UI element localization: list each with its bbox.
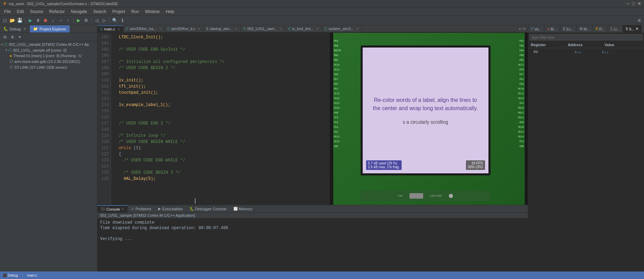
- menu-navigate[interactable]: Navigate: [68, 9, 90, 15]
- tab-project-label: Project Explorer: [39, 27, 66, 31]
- register-filter-input[interactable]: [529, 34, 643, 40]
- tree-item-project[interactable]: ▸ ⬡ 002_LVGL_sample [STM32 Cortex-M C/C+…: [0, 41, 97, 47]
- tab-breakpoints[interactable]: ● Br...: [545, 25, 560, 32]
- toolbar-debug-button[interactable]: ▶: [27, 17, 34, 24]
- main-area: 🐛 Debug ✕ 📁 Project Explorer ⊟ ⊕ ▾ ▸ ⬡ 0…: [0, 25, 644, 271]
- code-container: 103 104 105 106 107 108 109 110 111 112 …: [97, 33, 330, 205]
- tree-menu-button[interactable]: ▾: [16, 34, 23, 40]
- maximize-button[interactable]: □: [632, 1, 635, 6]
- toolbar-build-button[interactable]: ⚙: [83, 17, 90, 24]
- line-num: 115: [100, 108, 109, 114]
- tree-collapse-button[interactable]: ⊟: [1, 34, 8, 40]
- reg-icon: R: [595, 27, 598, 31]
- tab-memory-label: Memory: [239, 207, 253, 211]
- tab-close[interactable]: ✕: [356, 27, 359, 31]
- menu-project[interactable]: Project: [110, 9, 128, 15]
- tab-startup[interactable]: S startup_stm... ✕: [203, 25, 241, 32]
- menu-refactor[interactable]: Refactor: [46, 9, 67, 15]
- c-file-icon: C: [325, 27, 327, 31]
- toolbar-stop-button[interactable]: ⏹: [42, 17, 49, 24]
- tab-system-stm[interactable]: C system_stm3... ✕: [322, 25, 362, 32]
- project-icon: ⬡: [4, 42, 8, 46]
- tab-s-close[interactable]: ✕: [635, 27, 639, 31]
- tree-item-elf[interactable]: ▾ ⬡ 002_LVGL_sample.elf [cores: 0]: [0, 47, 97, 53]
- tab-console[interactable]: ⬛ Console ✕: [97, 205, 128, 212]
- tab-close[interactable]: ✕: [198, 27, 200, 31]
- usb-connector: [449, 194, 453, 198]
- toolbar-forward-button[interactable]: ▷: [101, 17, 108, 24]
- tab-registers[interactable]: R R...: [593, 25, 608, 32]
- debug-console-icon: 🐛: [190, 207, 194, 211]
- tree-link-button[interactable]: ⊕: [9, 34, 16, 40]
- tab-console-label: Console: [106, 207, 120, 211]
- tab-main-c[interactable]: C main.c ✕: [97, 25, 123, 32]
- tab-something[interactable]: S S... ✕: [623, 25, 642, 32]
- menu-source[interactable]: Source: [27, 9, 46, 15]
- tab-liveexpr[interactable]: L Li...: [608, 25, 623, 32]
- toolbar-step-into-button[interactable]: ↓: [50, 17, 56, 24]
- tab-reg-label: R...: [599, 27, 605, 31]
- menu-search[interactable]: Search: [91, 9, 109, 15]
- tab-console-close[interactable]: ✕: [121, 207, 124, 211]
- tab-close[interactable]: ✕: [159, 27, 162, 31]
- toolbar-pause-button[interactable]: ⏸: [35, 17, 41, 24]
- status-file: main.c: [27, 274, 37, 277]
- minimize-button[interactable]: ─: [626, 1, 629, 6]
- tab-project-explorer[interactable]: 📁 Project Explorer: [30, 25, 70, 32]
- c-file-icon: C: [126, 27, 129, 31]
- menu-run[interactable]: Run: [129, 9, 142, 15]
- tab-variables[interactable]: V Va...: [528, 25, 545, 32]
- pcb-board: PE0PB8BOOT0PB6PB5PG15PG13PG9PD7PD5PD1PC1…: [333, 33, 525, 205]
- toolbar-step-return-button[interactable]: ↑: [65, 17, 71, 24]
- line-num: 109: [100, 71, 109, 77]
- menu-window[interactable]: Window: [142, 9, 162, 15]
- toolbar-info-button[interactable]: ℹ: [119, 17, 126, 24]
- console-line: File download complete: [100, 220, 525, 225]
- tab-debugger-console[interactable]: 🐛 Debugger Console: [186, 205, 230, 212]
- tab-lv-font[interactable]: C lv_font_fmt... ✕: [285, 25, 322, 32]
- tab-memory[interactable]: ⬜ Memory: [230, 205, 256, 212]
- toolbar-run-button[interactable]: ▶: [75, 17, 82, 24]
- tab-close[interactable]: ✕: [235, 27, 238, 31]
- overflow-icon: »: [519, 27, 521, 31]
- tree-item-thread[interactable]: ● Thread #1 [main] 1 [core: 0] (Running …: [0, 53, 97, 58]
- toolbar-new-button[interactable]: ◻: [1, 17, 8, 24]
- tab-debug-close[interactable]: ✕: [23, 27, 26, 31]
- tab-stm32f4xx-ha[interactable]: C stm32f4xx_ha... ✕: [123, 25, 165, 32]
- registers-table-header: Register Address Value: [528, 42, 644, 48]
- tree-item-label: 002_LVGL_sample.elf [cores: 0]: [13, 48, 66, 52]
- line-num: 121: [100, 145, 109, 151]
- tab-expressions[interactable]: E Ex...: [560, 25, 577, 32]
- console-icon: ⬛: [101, 207, 105, 211]
- line-num: 104: [100, 40, 109, 46]
- title-controls[interactable]: ─ □ ✕: [626, 1, 641, 6]
- menu-edit[interactable]: Edit: [14, 9, 27, 15]
- tab-close-main[interactable]: ✕: [118, 27, 120, 31]
- close-button[interactable]: ✕: [638, 1, 641, 6]
- toolbar-save-button[interactable]: 💾: [16, 17, 23, 24]
- toolbar-back-button[interactable]: ◁: [93, 17, 100, 24]
- code-editor-content[interactable]: LTDC_Clock_Init(); /* USER CODE END SysI…: [111, 33, 330, 205]
- app-icon: ☀: [3, 1, 7, 6]
- tab-close[interactable]: ✕: [316, 27, 319, 31]
- tab-mod-label: M...: [583, 27, 590, 31]
- tree-item-stlink[interactable]: ⬡ ST-LINK (ST-LINK GDB server): [0, 64, 97, 70]
- tab-002-lvgl-sam[interactable]: C 002_LVGL_sam... ✕: [241, 25, 285, 32]
- tab-close[interactable]: ✕: [280, 27, 282, 31]
- tab-debug[interactable]: 🐛 Debug ✕: [0, 25, 30, 32]
- toolbar-perspective-button[interactable]: ⊞: [636, 17, 643, 24]
- toolbar-step-over-button[interactable]: →: [57, 17, 64, 24]
- gdb-icon: ⬡: [10, 59, 13, 64]
- line-num: 103: [100, 34, 109, 40]
- tab-problems[interactable]: ⚠ Problems: [128, 205, 155, 212]
- left-panel-tabs: 🐛 Debug ✕ 📁 Project Explorer: [0, 25, 97, 33]
- tab-executables[interactable]: ▶ Executables: [155, 205, 186, 212]
- tab-overflow-button[interactable]: » 34: [517, 25, 528, 32]
- menu-file[interactable]: File: [1, 9, 13, 15]
- tab-modules[interactable]: M M...: [577, 25, 593, 32]
- menu-help[interactable]: Help: [163, 9, 177, 15]
- tree-item-gdb[interactable]: ⬡ arm-none-eabi-gdb (10.2.90.20210621): [0, 58, 97, 64]
- tab-stm32f4xx-it[interactable]: C stm32f4xx_it.c ✕: [165, 25, 204, 32]
- toolbar-open-button[interactable]: 📂: [9, 17, 16, 24]
- toolbar-search-button[interactable]: 🔍: [111, 17, 118, 24]
